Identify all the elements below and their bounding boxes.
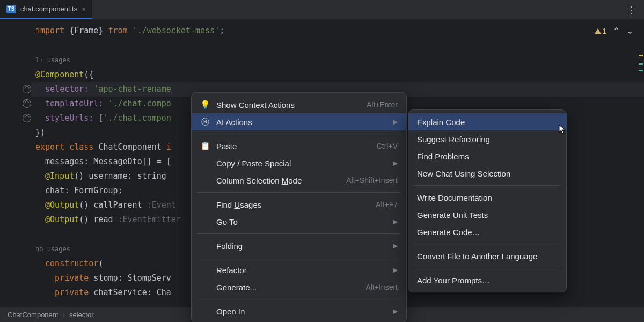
menu-item-open-in[interactable]: Open In ▶ [192, 303, 406, 320]
menu-item-label: Go To [216, 217, 386, 226]
override-up-icon[interactable] [23, 114, 31, 122]
code-token: './chat.compo [108, 99, 171, 108]
menu-item-find-usages[interactable]: Find Usages Alt+F7 [192, 196, 406, 213]
menu-item-convert-file[interactable]: Convert File to Another Language [408, 247, 566, 265]
menu-item-label: Folding [216, 241, 386, 251]
ai-actions-submenu: Explain Code Suggest Refactoring Find Pr… [408, 109, 567, 292]
code-token: private [35, 273, 89, 283]
menu-item-label: Generate Unit Tests [417, 210, 558, 219]
menu-item-label: Open In [216, 307, 386, 316]
menu-item-shortcut: Alt+F7 [376, 200, 398, 209]
stripe-marker[interactable] [639, 55, 643, 56]
override-up-icon[interactable] [23, 85, 31, 93]
menu-item-label: New Chat Using Selection [417, 169, 558, 178]
breadcrumb-segment[interactable]: selector [69, 311, 94, 319]
code-token: stomp: StompServ [89, 273, 171, 283]
menu-item-explain-code[interactable]: Explain Code [408, 113, 566, 130]
code-token: :EventEmitter [118, 215, 181, 224]
code-token: @Input [35, 171, 74, 181]
override-up-icon[interactable] [23, 99, 31, 108]
code-token: 'app-chat-rename [93, 84, 171, 94]
code-token: }) [35, 128, 45, 137]
code-token: './websocket-mess' [133, 26, 220, 35]
chevron-right-icon: ▶ [393, 242, 398, 250]
menu-item-new-chat-selection[interactable]: New Chat Using Selection [408, 165, 566, 182]
menu-item-add-your-prompts[interactable]: Add Your Prompts… [408, 272, 566, 289]
menu-item-copy-paste-special[interactable]: Copy / Paste Special ▶ [192, 155, 406, 172]
menu-item-folding[interactable]: Folding ▶ [192, 237, 406, 254]
menu-item-generate-code[interactable]: Generate Code… [408, 223, 566, 240]
menu-separator [197, 192, 401, 193]
code-token: @Output [35, 200, 79, 210]
menu-item-find-problems[interactable]: Find Problems [408, 148, 566, 165]
menu-item-label: Generate... [216, 283, 359, 292]
menu-item-go-to[interactable]: Go To ▶ [192, 213, 406, 230]
code-token: {Frame} [64, 26, 108, 35]
typescript-file-icon: TS [6, 5, 16, 13]
menu-item-shortcut: Alt+Enter [367, 100, 398, 109]
code-token: @Output [35, 215, 79, 224]
close-tab-icon[interactable]: × [82, 5, 86, 13]
code-token: ( [98, 259, 103, 268]
code-token: './chat.compon [103, 113, 171, 123]
menu-separator [414, 185, 561, 186]
menu-item-column-selection[interactable]: Column Selection Mode Alt+Shift+Insert [192, 172, 406, 189]
code-token: () username: string [74, 171, 166, 181]
menu-item-refactor[interactable]: Refactor ▶ [192, 261, 406, 279]
context-menu: 💡 Show Context Actions Alt+Enter ⓐ AI Ac… [191, 92, 407, 322]
menu-item-label: Show Context Actions [216, 100, 360, 109]
tab-filename: chat.component.ts [20, 5, 77, 13]
menu-item-generate[interactable]: Generate... Alt+Insert [192, 279, 406, 296]
code-token: class [64, 142, 93, 152]
menu-item-label: Suggest Refactoring [417, 135, 558, 144]
menu-item-generate-unit-tests[interactable]: Generate Unit Tests [408, 206, 566, 223]
code-token: i [166, 142, 171, 152]
code-token: styleUrls: [ [35, 113, 103, 123]
menu-separator [197, 233, 401, 234]
menu-item-ai-actions[interactable]: ⓐ AI Actions ▶ [192, 113, 406, 130]
code-token: () read [79, 215, 118, 224]
menu-item-label: Copy / Paste Special [216, 159, 386, 168]
menu-item-paste[interactable]: 📋 PPasteaste Ctrl+V [192, 137, 406, 155]
menu-item-shortcut: Ctrl+V [377, 142, 398, 150]
code-token: @Component [35, 70, 84, 79]
chevron-right-icon: ▶ [393, 118, 398, 126]
code-token: export [35, 142, 64, 152]
menu-separator [414, 244, 561, 244]
bulb-icon: 💡 [200, 100, 210, 109]
stripe-marker[interactable] [639, 63, 643, 65]
code-token: private [35, 288, 89, 297]
menu-item-label: Add Your Prompts… [417, 276, 558, 285]
code-token: ({ [84, 70, 93, 79]
menu-separator [197, 134, 401, 134]
menu-item-context-actions[interactable]: 💡 Show Context Actions Alt+Enter [192, 96, 406, 113]
menu-separator [414, 268, 561, 268]
more-options-icon[interactable]: ⋯ [626, 5, 638, 16]
chevron-right-icon: ▶ [393, 266, 398, 274]
usage-hint[interactable]: 1+ usages [35, 56, 70, 64]
stripe-marker[interactable] [639, 70, 643, 71]
menu-item-write-documentation[interactable]: Write Documentation [408, 189, 566, 206]
code-token: :Event [147, 200, 176, 210]
menu-item-suggest-refactoring[interactable]: Suggest Refactoring [408, 130, 566, 148]
menu-separator [197, 258, 401, 258]
usage-hint[interactable]: no usages [35, 245, 70, 253]
menu-separator [197, 299, 401, 299]
gutter [0, 19, 35, 307]
code-token: constructor [35, 259, 98, 268]
menu-item-label: Generate Code… [417, 228, 558, 237]
breadcrumb-segment[interactable]: ChatComponent [8, 311, 58, 319]
code-token: messages: MessageDto[] = [ [35, 157, 171, 166]
tab-bar: TS chat.component.ts × [0, 0, 644, 19]
ai-icon: ⓐ [200, 117, 210, 127]
code-token: chatService: Cha [89, 288, 171, 297]
error-stripe[interactable] [638, 39, 644, 292]
menu-item-label: Convert File to Another Language [417, 252, 558, 261]
editor-tab[interactable]: TS chat.component.ts × [0, 0, 92, 19]
chevron-right-icon: ▶ [393, 308, 398, 315]
code-token: selector: [35, 84, 93, 94]
chevron-right-icon: ▶ [393, 159, 398, 167]
code-token: templateUrl: [35, 99, 108, 108]
menu-item-label: Find Problems [417, 152, 558, 161]
clipboard-icon: 📋 [200, 141, 210, 151]
